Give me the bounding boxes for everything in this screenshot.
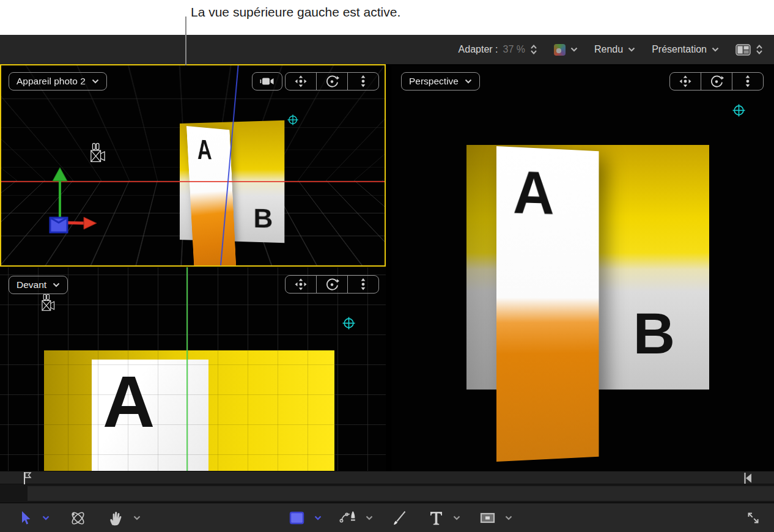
chevron-down-icon <box>314 515 322 520</box>
color-channel-menu[interactable] <box>554 44 578 56</box>
chevron-down-icon <box>465 79 472 84</box>
dolly-view-button[interactable] <box>347 276 378 293</box>
text-tool-icon <box>429 510 444 526</box>
card-a-label: A <box>196 135 212 163</box>
chevron-down-icon <box>92 79 99 84</box>
pan-canvas-tool-button[interactable] <box>108 510 123 526</box>
chevron-down-icon <box>366 515 373 520</box>
timeline-scrollbar[interactable] <box>28 486 774 501</box>
play-range-out-marker[interactable] <box>743 472 753 484</box>
camera-menu-label: Devant <box>17 279 46 290</box>
camera-menu-label: Appareil photo 2 <box>17 76 86 87</box>
orbit-view-icon <box>325 277 339 292</box>
axis-gizmo <box>37 166 98 234</box>
card-a-label: A <box>103 366 155 438</box>
card-b-label: B <box>253 205 273 232</box>
dolly-view-icon <box>740 74 755 89</box>
chevron-down-icon <box>133 515 141 520</box>
rectangle-shape-icon <box>289 511 305 525</box>
pan-view-button[interactable] <box>670 73 701 90</box>
viewport-right[interactable]: B A Perspective <box>391 65 774 471</box>
chevron-down-icon <box>53 283 60 287</box>
multi-pane-layout-icon <box>735 44 751 56</box>
viewport-top-left-active[interactable]: B A Appareil photo 2 <box>0 64 386 267</box>
crosshair-icon <box>342 317 355 330</box>
orbit-view-button[interactable] <box>316 73 347 90</box>
orbit-view-icon <box>325 74 339 89</box>
dolly-view-icon <box>356 74 370 89</box>
orbit-view-icon <box>709 74 724 89</box>
pan-view-button[interactable] <box>286 276 316 293</box>
wireframe-camera-icon <box>86 140 107 166</box>
presentation-menu-label: Présentation <box>652 44 707 55</box>
callout-text: La vue supérieure gauche est active. <box>191 5 400 20</box>
card-a: A <box>186 126 237 265</box>
card-a: A <box>92 360 208 471</box>
chevron-down-icon <box>453 515 460 520</box>
chevron-down-icon <box>628 47 635 52</box>
pan-view-icon <box>293 74 308 89</box>
pan-view-icon <box>293 277 308 292</box>
card-a-label: A <box>513 161 555 223</box>
mask-tool-button[interactable] <box>479 510 496 526</box>
orbit-view-button[interactable] <box>316 276 347 293</box>
select-tool-chevron[interactable] <box>42 515 50 520</box>
text-tool-chevron[interactable] <box>453 515 460 520</box>
pan-view-button[interactable] <box>286 73 316 90</box>
zoom-control[interactable]: Adapter : 37 % <box>459 44 537 55</box>
hand-icon <box>108 510 123 526</box>
chevron-down-icon <box>42 515 50 520</box>
bezier-tool-chevron[interactable] <box>366 515 373 520</box>
layout-selector[interactable] <box>735 44 763 56</box>
text-tool-button[interactable] <box>429 510 444 526</box>
paint-stroke-tool-button[interactable] <box>392 510 407 526</box>
camera-menu-label: Perspective <box>409 76 459 87</box>
dolly-view-icon <box>356 277 370 292</box>
chevron-down-icon <box>505 515 512 520</box>
callout-pointer-line <box>185 17 186 65</box>
canvas-toolbar: Adapter : 37 % Rendu Présentation <box>0 35 774 64</box>
render-menu[interactable]: Rendu <box>594 44 635 55</box>
select-tool-button[interactable] <box>18 511 32 525</box>
dolly-view-button[interactable] <box>732 73 763 90</box>
frame-mask-icon <box>479 510 496 526</box>
play-range-in-marker[interactable] <box>22 471 32 485</box>
apply-camera-view-button[interactable] <box>252 72 282 91</box>
viewport-bottom-left-scene: A <box>0 267 386 471</box>
bezier-tool-button[interactable] <box>339 510 356 526</box>
pan-view-icon <box>678 74 693 89</box>
pan-tool-chevron[interactable] <box>133 515 141 520</box>
mask-tool-chevron[interactable] <box>505 515 512 520</box>
create-tools-group <box>289 503 512 532</box>
y-axis-line <box>186 267 188 471</box>
card-a: A <box>496 146 599 462</box>
timeline-scroll-track <box>0 484 774 503</box>
camera-menu-right[interactable]: Perspective <box>401 72 480 91</box>
dolly-view-button[interactable] <box>347 73 378 90</box>
view-tools-top-left <box>285 72 379 91</box>
rectangle-tool-button[interactable] <box>289 511 305 525</box>
viewport-right-scene: B A <box>391 65 774 471</box>
motion-window: La vue supérieure gauche est active. Ada… <box>0 0 774 532</box>
orbit-view-button[interactable] <box>701 73 732 90</box>
transform-3d-tool-button[interactable] <box>70 510 86 526</box>
fullscreen-toggle-button[interactable] <box>746 503 761 532</box>
wireframe-camera-icon <box>38 292 56 314</box>
camera-menu-bottom-left[interactable]: Devant <box>9 276 68 294</box>
callout-band: La vue supérieure gauche est active. <box>0 0 774 35</box>
presentation-menu[interactable]: Présentation <box>652 44 719 55</box>
camera-menu-top-left[interactable]: Appareil photo 2 <box>9 72 107 91</box>
view-tools-bottom-left <box>285 275 379 294</box>
viewport-top-left-scene: B A <box>1 65 385 265</box>
stepper-icon <box>756 44 763 55</box>
crosshair-icon <box>732 104 745 117</box>
viewport-bottom-left[interactable]: A Devant <box>0 267 386 471</box>
rectangle-tool-chevron[interactable] <box>314 515 322 520</box>
arrow-cursor-icon <box>18 511 32 525</box>
multi-view-canvas: B A Appareil photo 2 <box>0 64 774 471</box>
zoom-label: Adapter : <box>459 44 498 55</box>
play-range-strip <box>0 471 774 484</box>
zoom-value: 37 % <box>503 44 525 55</box>
brush-icon <box>392 510 407 526</box>
crosshair-icon <box>287 114 298 125</box>
